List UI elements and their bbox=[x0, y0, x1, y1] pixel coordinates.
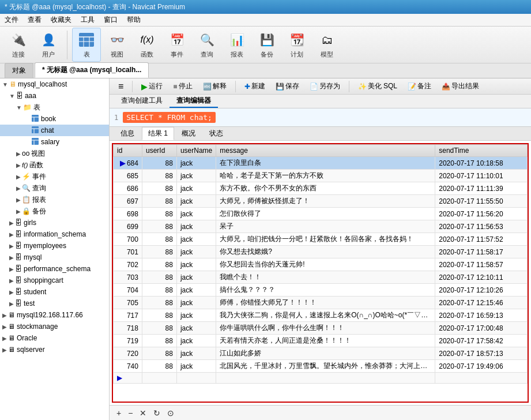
stop-button[interactable]: ■ 停止 bbox=[169, 80, 196, 93]
beautify-button[interactable]: ✨ 美化 SQL bbox=[354, 80, 401, 93]
toolbar-backup[interactable]: 💾 备份 bbox=[253, 28, 281, 61]
cell-sendtime: 2020-07-17 16:59:13 bbox=[435, 309, 528, 322]
col-header-id[interactable]: id bbox=[114, 145, 142, 157]
toolbar-connect[interactable]: 🔌 连接 bbox=[5, 28, 32, 61]
tab-info[interactable]: 信息 bbox=[114, 127, 141, 140]
sidebar-item-info-schema[interactable]: ▶ 🗄 information_schema bbox=[0, 228, 109, 240]
table-row-new[interactable]: ▶ bbox=[114, 373, 528, 384]
cell-userid: 88 bbox=[142, 246, 176, 258]
export-button[interactable]: 📤 导出结果 bbox=[438, 80, 483, 93]
table-row[interactable]: 69988jack呆子2020-07-17 11:56:53 bbox=[114, 220, 528, 233]
refresh-button[interactable]: ↻ bbox=[151, 408, 163, 418]
sidebar-item-mysql[interactable]: ▶ 🗄 mysql bbox=[0, 252, 109, 263]
menu-favorites[interactable]: 收藏夹 bbox=[51, 15, 71, 25]
sidebar-item-myemployees[interactable]: ▶ 🗄 myemployees bbox=[0, 240, 109, 252]
sidebar-item-shoppingcart[interactable]: ▶ 🗄 shoppingcart bbox=[0, 275, 109, 286]
sidebar-item-views[interactable]: ▶ oo 视图 bbox=[0, 148, 109, 159]
toolbar-schedule[interactable]: 📆 计划 bbox=[283, 28, 311, 61]
sql-editor[interactable]: 1 SELECT * FROM chat; bbox=[110, 108, 531, 127]
saveas-button[interactable]: 📄 另存为 bbox=[306, 80, 344, 93]
col-header-userid[interactable]: userId bbox=[142, 145, 176, 157]
table-row[interactable]: 70088jack大师兄，咱们把钱分一分吧！赶紧散伙！各回各家，各找各妈！202… bbox=[114, 233, 528, 246]
add-row-button[interactable]: + bbox=[114, 408, 123, 418]
cancel-edit-button[interactable]: ✕ bbox=[137, 408, 149, 418]
toolbar-table[interactable]: 表 bbox=[72, 28, 101, 62]
toolbar-function[interactable]: f(x) 函数 bbox=[133, 28, 161, 61]
sidebar-item-test[interactable]: ▶ 🗄 test bbox=[0, 298, 109, 309]
table-row[interactable]: 70288jack你又想回去当你的天蓬元帅!2020-07-17 11:58:5… bbox=[114, 258, 528, 271]
run-button[interactable]: ▶ 运行 bbox=[137, 80, 167, 93]
sidebar-item-mysql192[interactable]: ▶ 🖥 mysql192.168.117.66 bbox=[0, 309, 109, 321]
menu-file[interactable]: 文件 bbox=[5, 15, 18, 25]
sidebar-item-queries[interactable]: ▶ 🔍 查询 bbox=[0, 182, 109, 194]
col-header-sendtime[interactable]: sendTime bbox=[435, 145, 528, 157]
sidebar-item-stockmanage[interactable]: ▶ 🖥 stockmanage bbox=[0, 321, 109, 332]
save-button[interactable]: 💾 保存 bbox=[272, 80, 303, 93]
table-row[interactable]: 68688jack东方不败。你个不男不女的东西2020-07-17 11:11:… bbox=[114, 182, 528, 195]
table-row[interactable]: 70488jack搞什么鬼？？？？2020-07-17 12:10:26 bbox=[114, 284, 528, 297]
sidebar-item-table-folder[interactable]: ▼ 📁 表 bbox=[0, 102, 109, 113]
note-button[interactable]: 📝 备注 bbox=[404, 80, 435, 93]
tab-status[interactable]: 状态 bbox=[203, 127, 229, 140]
connect-icon: 🔌 bbox=[9, 31, 28, 49]
table-row[interactable]: 69888jack怎们散伙得了2020-07-17 11:56:20 bbox=[114, 208, 528, 220]
sidebar-label: salary bbox=[41, 138, 59, 146]
results-area: 信息 结果 1 概况 状态 id userId userName message… bbox=[110, 127, 531, 420]
table-row[interactable]: 70588jack师傅，你错怪大师兄了！！！！2020-07-17 12:15:… bbox=[114, 297, 528, 309]
sidebar-item-backups[interactable]: ▶ 🔒 备份 bbox=[0, 205, 109, 217]
tab-query-builder[interactable]: 查询创建工具 bbox=[114, 95, 170, 108]
toolbar-event[interactable]: 📅 事件 bbox=[163, 28, 191, 61]
cell-username: jack bbox=[176, 233, 216, 246]
table-row[interactable]: 71988jack天若有情天亦老，人间正道是沧桑！！！！2020-07-17 1… bbox=[114, 335, 528, 347]
sidebar-item-perf-schema[interactable]: ▶ 🗄 performance_schema bbox=[0, 263, 109, 275]
toolbar-model[interactable]: 🗂 模型 bbox=[313, 28, 341, 61]
toolbar-user[interactable]: 👤 用户 bbox=[35, 28, 62, 61]
tab-query[interactable]: * 无标题 @aaa (mysql_localh... bbox=[35, 62, 149, 78]
sidebar-item-reports[interactable]: ▶ 📋 报表 bbox=[0, 194, 109, 205]
table-row[interactable]: 68588jack哈哈，老子是天下第一的东方不败2020-07-17 11:10… bbox=[114, 170, 528, 182]
menu-help[interactable]: 帮助 bbox=[127, 15, 141, 25]
toolbar-report[interactable]: 📊 报表 bbox=[223, 28, 251, 61]
sidebar-item-book[interactable]: book bbox=[0, 113, 109, 125]
sidebar-item-events[interactable]: ▶ ⚡ 事件 bbox=[0, 171, 109, 182]
table-row[interactable]: 69788jack大师兄，师傅被妖怪抓走了！2020-07-17 11:55:5… bbox=[114, 195, 528, 208]
sql-text[interactable]: SELECT * FROM chat; bbox=[123, 112, 216, 123]
toolbar-query[interactable]: 🔍 查询 bbox=[193, 28, 221, 61]
col-header-username[interactable]: userName bbox=[176, 145, 216, 157]
tab-query-editor[interactable]: 查询编辑器 bbox=[170, 95, 218, 108]
tab-result1[interactable]: 结果 1 bbox=[142, 127, 174, 140]
menu-view[interactable]: 查看 bbox=[28, 15, 42, 25]
sidebar-item-aaa[interactable]: ▼ 🗄 aaa bbox=[0, 90, 109, 102]
new-button[interactable]: ✚ 新建 bbox=[240, 80, 269, 93]
sidebar-item-mysql-localhost[interactable]: ▼ 🖥 mysql_localhost bbox=[0, 78, 109, 90]
tab-objects[interactable]: 对象 bbox=[5, 63, 33, 78]
table-row[interactable]: 70388jack我瞧个去！！2020-07-17 12:10:11 bbox=[114, 271, 528, 284]
sidebar-item-chat[interactable]: chat bbox=[0, 125, 109, 136]
tab-overview[interactable]: 概况 bbox=[175, 127, 202, 140]
explain-button[interactable]: 🔤 解释 bbox=[199, 80, 231, 93]
toolbar-view[interactable]: 👓 视图 bbox=[103, 28, 131, 61]
table-row[interactable]: ▶ 68488jack在下浪里白条2020-07-17 10:18:58 bbox=[114, 157, 528, 170]
info-button[interactable]: ⊙ bbox=[165, 408, 176, 418]
menu-window[interactable]: 窗口 bbox=[104, 15, 118, 25]
menu-tools[interactable]: 工具 bbox=[81, 15, 95, 25]
cell-id: 685 bbox=[114, 170, 142, 182]
sidebar-item-student[interactable]: ▶ 🗄 student bbox=[0, 286, 109, 298]
sidebar-item-oracle[interactable]: ▶ 🖥 Oracle bbox=[0, 332, 109, 344]
cell-message: 天若有情天亦老，人间正道是沧桑！！！！ bbox=[216, 335, 435, 347]
table-row[interactable]: 71788jack我乃大侠张二狗，你是何人，速速报上名来O(∩_∩)O哈哈~o(… bbox=[114, 309, 528, 322]
hamburger-menu-button[interactable]: ≡ bbox=[114, 80, 127, 93]
cell-sendtime: 2020-07-17 17:00:48 bbox=[435, 322, 528, 335]
table-row[interactable]: 70188jack你又想去找嫦娥?2020-07-17 11:58:17 bbox=[114, 246, 528, 258]
cell-id: 702 bbox=[114, 258, 142, 271]
save-label: 保存 bbox=[285, 81, 299, 91]
sidebar-item-girls[interactable]: ▶ 🗄 girls bbox=[0, 217, 109, 228]
table-row[interactable]: 71888jack你牛逼哄哄什么啊，你牛什么生啊！！！2020-07-17 17… bbox=[114, 322, 528, 335]
sidebar-item-sqlserver[interactable]: ▶ 🖥 sqlserver bbox=[0, 344, 109, 355]
table-row[interactable]: 74088jack北国风光，千里冰封，万里雪飘。望长城内外，惟余莽莽；大河上下，… bbox=[114, 360, 528, 373]
delete-row-button[interactable]: − bbox=[126, 408, 135, 418]
sidebar-item-salary[interactable]: salary bbox=[0, 136, 109, 148]
col-header-message[interactable]: message bbox=[216, 145, 435, 157]
table-row[interactable]: 72088jack江山如此多娇2020-07-17 18:57:13 bbox=[114, 347, 528, 360]
sidebar-item-functions[interactable]: ▶ f() 函数 bbox=[0, 159, 109, 171]
